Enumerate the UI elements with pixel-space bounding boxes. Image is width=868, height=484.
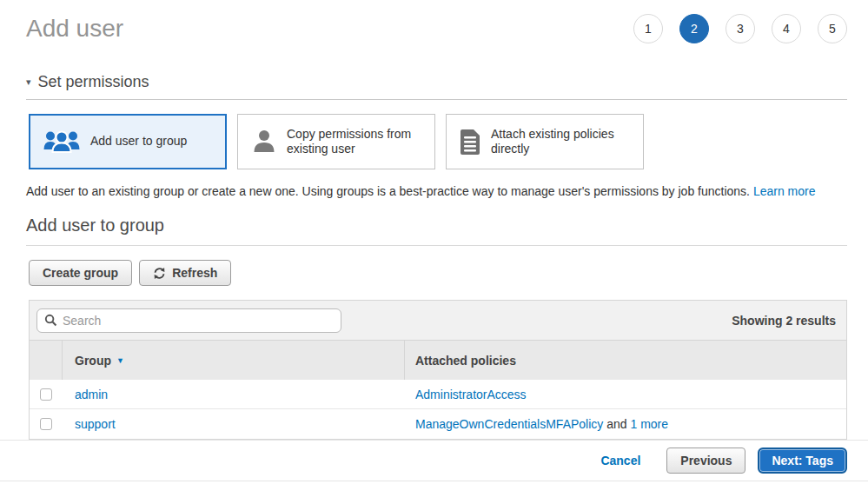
option-label: Add user to group [90, 134, 187, 149]
refresh-label: Refresh [172, 266, 217, 280]
group-link[interactable]: support [75, 417, 116, 431]
table-row: admin AdministratorAccess [30, 380, 846, 409]
and-text: and [606, 417, 626, 431]
column-header-group[interactable]: Group ▼ [63, 341, 405, 380]
search-icon [44, 314, 57, 327]
results-count: Showing 2 results [732, 314, 836, 328]
option-attach-policies[interactable]: Attach existing policies directly [446, 114, 644, 169]
chevron-down-icon: ▾ [26, 77, 31, 87]
group-description: Add user to an existing group or create … [26, 184, 847, 198]
group-actions: Create group Refresh [29, 260, 847, 286]
sort-desc-icon: ▼ [116, 356, 124, 365]
learn-more-link[interactable]: Learn more [753, 184, 816, 198]
step-1: 1 [633, 14, 663, 43]
policy-link[interactable]: AdministratorAccess [415, 388, 527, 401]
add-user-to-group-heading: Add user to group [26, 215, 847, 246]
refresh-icon [153, 267, 166, 280]
group-link[interactable]: admin [75, 388, 108, 401]
more-policies-link[interactable]: 1 more [630, 417, 668, 431]
policies-column-label: Attached policies [415, 354, 516, 368]
table-toolbar: Showing 2 results [30, 301, 846, 341]
cancel-link[interactable]: Cancel [600, 454, 640, 467]
select-all-column [30, 341, 63, 380]
column-header-attached-policies: Attached policies [405, 341, 846, 380]
table-row: support ManageOwnCredentialsMFAPolicy an… [30, 409, 846, 439]
wizard-steps: 1 2 3 4 5 [633, 14, 847, 43]
next-tags-button[interactable]: Next: Tags [758, 448, 847, 474]
set-permissions-section-toggle[interactable]: ▾ Set permissions [26, 73, 847, 100]
group-column-label: Group [75, 354, 111, 368]
refresh-button[interactable]: Refresh [139, 260, 231, 286]
option-add-user-to-group[interactable]: Add user to group [29, 114, 227, 169]
user-group-icon [42, 129, 82, 156]
table-header-row: Group ▼ Attached policies [30, 341, 846, 380]
page-title: Add user [26, 15, 123, 43]
permission-option-cards: Add user to group Copy permissions from … [29, 114, 847, 169]
description-text: Add user to an existing group or create … [26, 184, 750, 198]
page-header: Add user 1 2 3 4 5 [0, 0, 868, 43]
step-4: 4 [772, 14, 801, 43]
search-input[interactable] [63, 314, 334, 328]
option-copy-permissions[interactable]: Copy permissions from existing user [237, 114, 435, 169]
row-checkbox-support[interactable] [40, 418, 52, 430]
set-permissions-title: Set permissions [38, 73, 149, 91]
step-3: 3 [726, 14, 755, 43]
option-label: Attach existing policies directly [491, 127, 634, 157]
step-2-active: 2 [679, 14, 709, 43]
policy-document-icon [459, 129, 482, 156]
create-group-button[interactable]: Create group [29, 260, 132, 286]
policy-link[interactable]: ManageOwnCredentialsMFAPolicy [415, 417, 603, 431]
option-label: Copy permissions from existing user [287, 127, 426, 157]
step-5: 5 [818, 14, 847, 43]
previous-button[interactable]: Previous [666, 448, 745, 474]
row-checkbox-admin[interactable] [40, 388, 52, 401]
groups-table: Showing 2 results Group ▼ Attached polic… [29, 300, 847, 440]
wizard-footer: Cancel Previous Next: Tags [0, 440, 868, 481]
user-icon [250, 128, 278, 156]
search-box[interactable] [36, 308, 341, 333]
